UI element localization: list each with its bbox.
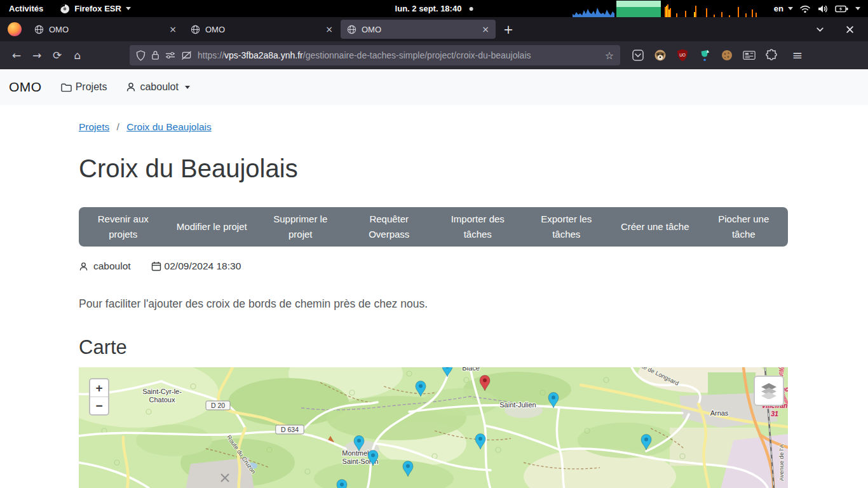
tab-close-button[interactable]: × (482, 25, 489, 34)
project-description: Pour faciliter l'ajouter des croix de bo… (79, 297, 788, 311)
lock-icon[interactable] (151, 50, 159, 60)
brand-omo[interactable]: OMO (9, 79, 42, 95)
new-tab-button[interactable]: + (497, 22, 520, 36)
firefox-nav-toolbar: ← → ⟳ ⌂ https://vps-3fba2a8a.ynh.fr/gest… (0, 41, 868, 69)
memory-graph (616, 1, 661, 17)
back-button[interactable]: ← (6, 45, 27, 65)
url-bar[interactable]: https://vps-3fba2a8a.ynh.fr/gestionnaire… (130, 45, 620, 65)
road-shield: D 634 (276, 425, 304, 434)
chevron-down-icon (788, 7, 793, 10)
zoom-in-button[interactable]: + (90, 379, 108, 396)
forward-button[interactable]: → (27, 45, 47, 65)
globe-favicon (347, 25, 356, 34)
cookie-extension-icon[interactable] (721, 49, 733, 62)
map-zoom-control: + − (89, 378, 109, 416)
main-content: Projets / Croix du Beaujolais Croix du B… (79, 121, 788, 488)
person-icon (126, 82, 136, 92)
pocket-extension-icon[interactable] (632, 49, 644, 62)
bookmark-star-icon[interactable]: ☆ (605, 50, 614, 62)
keyboard-layout-indicator[interactable]: en (774, 4, 793, 13)
activities-button[interactable]: Activités (9, 4, 43, 13)
nav-projects-label: Projets (76, 81, 107, 93)
site-permissions-icon[interactable] (165, 51, 175, 60)
person-icon (79, 262, 88, 271)
tab-close-button[interactable]: × (325, 25, 333, 34)
clock-widget[interactable]: lun. 2 sept. 18:40 (395, 4, 473, 13)
notification-dot (469, 7, 473, 11)
disk-graph (663, 1, 702, 17)
action-button-edit-project[interactable]: Modifier le projet (168, 219, 257, 234)
ublock-letters: UO (679, 53, 686, 57)
battery-charging-icon (835, 4, 849, 14)
action-button-query-overpass[interactable]: Requêter Overpass (345, 212, 434, 242)
project-map[interactable]: D 20D 634 Saint-Cyr-le-ChatouxBlacéSaint… (79, 367, 788, 488)
action-button-export-tasks[interactable]: Exporter les tâches (522, 212, 611, 242)
folder-icon (61, 83, 72, 92)
road-shield: D 20 (206, 401, 230, 410)
breadcrumb-projects-link[interactable]: Projets (79, 121, 109, 132)
breadcrumb-current-link[interactable]: Croix du Beaujolais (126, 121, 212, 132)
url-path: /gestionnaire-de-taches-simple/project/c… (303, 50, 531, 60)
network-graph (704, 1, 759, 17)
url-host: vps-3fba2a8a.ynh.fr (224, 50, 303, 60)
zoom-out-button[interactable]: − (90, 396, 108, 414)
action-button-create-task[interactable]: Créer une tâche (611, 219, 700, 234)
tab-close-button[interactable]: × (169, 25, 177, 34)
tab-omo-3-active[interactable]: OMO × (341, 20, 496, 39)
url-scheme: https:// (198, 50, 224, 60)
action-bar: Revenir aux projets Modifier le projet S… (79, 207, 788, 247)
firefox-tab-bar: OMO × OMO × OMO × + (0, 17, 868, 41)
ublock-origin-icon[interactable]: UO (676, 49, 689, 62)
layers-icon (760, 383, 778, 399)
user-menu-label: caboulot (140, 81, 179, 93)
action-button-return-projects[interactable]: Revenir aux projets (79, 212, 168, 242)
breadcrumb: Projets / Croix du Beaujolais (79, 121, 788, 133)
globe-favicon (191, 25, 200, 34)
cpu-graph (573, 1, 614, 17)
tab-title: OMO (49, 25, 164, 34)
action-button-import-tasks[interactable]: Importer des tâches (433, 212, 522, 242)
system-menu-chevron-icon[interactable] (855, 7, 860, 10)
nav-projects-link[interactable]: Projets (61, 81, 107, 93)
tracking-protection-shield-icon[interactable] (136, 50, 146, 61)
close-window-icon[interactable] (846, 25, 854, 34)
app-menu-button[interactable]: Firefox ESR (60, 4, 131, 14)
system-monitor-applet[interactable] (573, 1, 759, 17)
project-author: caboulot (93, 261, 131, 272)
project-meta: caboulot 02/09/2024 18:30 (79, 261, 788, 272)
map-label: Arnas (710, 409, 729, 417)
svg-text:D 20: D 20 (211, 402, 225, 409)
badger-extension-icon[interactable] (654, 49, 667, 62)
url-text: https://vps-3fba2a8a.ynh.fr/gestionnaire… (198, 50, 599, 60)
blocked-permission-icon[interactable] (181, 51, 192, 60)
tab-omo-1[interactable]: OMO × (28, 20, 183, 39)
firefox-symbolic-icon (60, 4, 70, 14)
app-menu-label: Firefox ESR (74, 4, 121, 13)
map-label: Blacé (462, 367, 480, 372)
hamburger-menu-icon[interactable]: ≡ (787, 45, 808, 65)
map-layers-control[interactable] (754, 376, 784, 406)
map-label: Avenue de l'A (778, 444, 785, 481)
reload-button[interactable]: ⟳ (47, 45, 67, 65)
home-button[interactable]: ⌂ (67, 45, 88, 65)
action-button-pick-task[interactable]: Piocher une tâche (700, 212, 789, 242)
chevron-down-icon (126, 7, 131, 10)
map-label: Saint-Julien (499, 401, 536, 409)
teal-extension-icon[interactable] (698, 49, 711, 62)
clock-label: lun. 2 sept. 18:40 (395, 4, 462, 13)
keyboard-card-extension-icon[interactable] (743, 49, 756, 62)
action-button-delete-project[interactable]: Supprimer le projet (256, 212, 345, 242)
map-marker-task[interactable] (337, 480, 347, 488)
calendar-icon (151, 261, 161, 271)
tab-omo-2[interactable]: OMO × (184, 20, 339, 39)
breadcrumb-separator: / (117, 121, 119, 132)
user-menu[interactable]: caboulot (126, 81, 190, 93)
svg-text:D 634: D 634 (281, 426, 299, 433)
site-header: OMO Projets caboulot (0, 69, 868, 105)
extensions-puzzle-icon[interactable] (765, 49, 778, 62)
page-title: Croix du Beaujolais (79, 154, 788, 183)
map-heading: Carte (79, 336, 788, 359)
map-canvas[interactable]: D 20D 634 Saint-Cyr-le-ChatouxBlacéSaint… (79, 367, 788, 488)
list-all-tabs-chevron-icon[interactable] (816, 25, 824, 34)
gnome-top-bar: Activités Firefox ESR lun. 2 sept. 18:40 (0, 0, 868, 17)
